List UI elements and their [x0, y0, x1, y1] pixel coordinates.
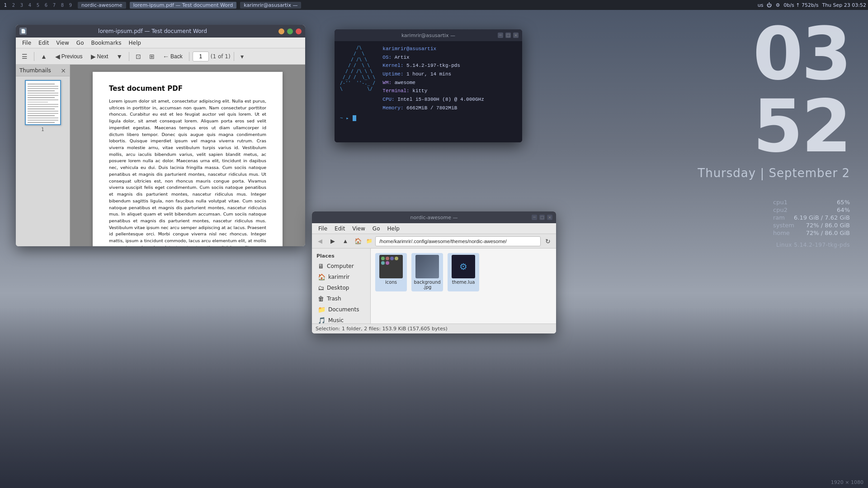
sidebar-toggle-button[interactable]: ☰ — [19, 52, 31, 61]
pdf-maximize-button[interactable] — [287, 28, 293, 34]
fm-sidebar-desktop[interactable]: 🗂 Desktop — [313, 282, 369, 293]
fm-file-grid: icons background.jpg ⚙ theme.lua — [371, 249, 556, 324]
back-icon: ← — [163, 53, 169, 60]
cpu2-value: 64% — [837, 206, 850, 213]
neofetch-uptime-value: 1 hour, 14 mins — [406, 71, 451, 77]
fm-sidebar-computer[interactable]: 🖥 Computer — [313, 261, 369, 272]
neofetch-kernel-label: Kernel: — [382, 63, 403, 68]
terminal-maximize-button[interactable]: □ — [505, 33, 511, 38]
fit-page-button[interactable]: ⊡ — [132, 52, 144, 61]
fm-menu-view[interactable]: View — [349, 225, 368, 233]
pdf-menu-edit[interactable]: Edit — [35, 39, 52, 47]
power-icon[interactable]: ⏻ — [767, 2, 772, 8]
fm-sidebar-home[interactable]: 🏠 karimrir — [313, 272, 369, 282]
fm-menu-help[interactable]: Help — [383, 225, 403, 233]
workspace-8[interactable]: 8 — [59, 1, 66, 9]
fm-minimize-button[interactable]: ─ — [532, 215, 537, 220]
background-thumb — [415, 255, 439, 278]
previous-button[interactable]: ◀ Previous — [52, 52, 86, 61]
workspace-3[interactable]: 3 — [18, 1, 25, 9]
fm-toolbar: ◀ ▶ ▲ 🏠 📁 ↻ — [312, 234, 556, 249]
pdf-menu-view[interactable]: View — [52, 39, 72, 47]
workspace-7[interactable]: 7 — [51, 1, 58, 9]
app-tag-terminal[interactable]: karimrir@asusartix — — [240, 2, 301, 9]
workspace-5[interactable]: 5 — [34, 1, 42, 9]
pdf-close-button[interactable] — [296, 28, 302, 34]
fm-file-theme-label: theme.lua — [452, 280, 475, 285]
network-stats: 0b/s ↑ 752b/s — [783, 2, 818, 8]
page-view-area[interactable]: Test document PDF Lorem ipsum dolor sit … — [70, 65, 305, 246]
fm-file-icons[interactable]: icons — [375, 253, 407, 291]
pdf-app-icon: 📄 — [19, 28, 27, 35]
documents-icon: 📁 — [318, 306, 326, 313]
fm-menu-edit[interactable]: Edit — [331, 225, 349, 233]
pdf-page-1: Test document PDF Lorem ipsum dolor sit … — [93, 72, 283, 246]
pdf-menu-bookmarks[interactable]: Bookmarks — [87, 39, 125, 47]
fm-refresh-button[interactable]: ↻ — [542, 236, 553, 247]
fm-address-bar[interactable] — [375, 236, 541, 246]
terminal-close-button[interactable]: × — [513, 33, 519, 38]
toolbar-separator-3 — [189, 52, 189, 61]
workspace-6[interactable]: 6 — [42, 1, 50, 9]
pdf-menu-go[interactable]: Go — [73, 39, 88, 47]
pdf-window: 📄 lorem-ipsum.pdf — Test document Word F… — [16, 25, 305, 246]
fm-file-background[interactable]: background.jpg — [411, 253, 443, 291]
terminal-ascii-art: /\ / \ / /\ \ / / \ \ / / /\ \ \ /_/ / \… — [340, 45, 375, 113]
fm-file-background-label: background.jpg — [413, 280, 441, 290]
fm-file-theme[interactable]: ⚙ theme.lua — [448, 253, 479, 291]
workspace-2[interactable]: 2 — [10, 1, 17, 9]
terminal-body[interactable]: /\ / \ / /\ \ / / \ \ / / /\ \ \ /_/ / \… — [335, 41, 522, 142]
file-manager-window: nordic-awesome — ─ □ × File Edit View Go… — [312, 211, 556, 333]
fm-sidebar-music[interactable]: 🎵 Music — [313, 315, 369, 324]
fm-maximize-button[interactable]: □ — [539, 215, 545, 220]
workspace-4[interactable]: 4 — [26, 1, 33, 9]
terminal-titlebar: karimrir@asusartix — ─ □ × — [335, 29, 522, 41]
neofetch-cpu-value: Intel i5-8300H (8) @ 4.000GHz — [397, 97, 484, 102]
fm-menu-file[interactable]: File — [315, 225, 331, 233]
workspace-1[interactable]: 1 — [2, 1, 9, 9]
fm-sidebar-label-music: Music — [328, 317, 344, 324]
thumbnail-page-1[interactable]: 1 — [16, 76, 70, 136]
fm-forward-button[interactable]: ▶ — [327, 236, 338, 247]
datetime-display: Thu Sep 23 03:52 — [822, 2, 866, 8]
fm-home-button[interactable]: 🏠 — [353, 236, 363, 247]
thumbnails-title: Thumbnails — [19, 67, 51, 74]
pdf-menu-help[interactable]: Help — [125, 39, 145, 47]
fm-sidebar-label-computer: Computer — [327, 263, 354, 269]
ram-label: ram — [773, 214, 785, 221]
thumbnails-panel: Thumbnails × — [16, 65, 70, 246]
fm-menu-go[interactable]: Go — [369, 225, 384, 233]
fm-sidebar-documents[interactable]: 📁 Documents — [313, 304, 369, 315]
terminal-minimize-button[interactable]: ─ — [498, 33, 503, 38]
fm-up-button[interactable]: ▲ — [340, 236, 351, 247]
list-icon: ☰ — [22, 53, 28, 60]
zoom-dropdown-button[interactable]: ▾ — [237, 52, 247, 61]
scroll-up-button[interactable]: ▲ — [38, 52, 50, 61]
neofetch-uptime-label: Uptime: — [382, 71, 403, 77]
next-label: Next — [97, 53, 108, 60]
page-number-input[interactable] — [193, 52, 209, 61]
terminal-prompt[interactable]: ~ ▸ — [340, 115, 517, 122]
settings-icon[interactable]: ⚙ — [775, 2, 780, 8]
taskbar-right: us ⏻ ⚙ 0b/s ↑ 752b/s Thu Sep 23 03:52 — [758, 2, 866, 8]
fm-window-title: nordic-awesome — — [316, 215, 552, 221]
thumbnails-close-button[interactable]: × — [61, 67, 66, 74]
back-label: Back — [170, 53, 183, 60]
computer-icon: 🖥 — [318, 263, 324, 270]
next-button[interactable]: ▶ Next — [88, 52, 112, 61]
app-tag-pdf[interactable]: lorem-ipsum.pdf — Test document Word — [130, 2, 237, 9]
terminal-window: karimrir@asusartix — ─ □ × /\ / \ / /\ \… — [335, 29, 522, 142]
pdf-menu-file[interactable]: File — [19, 39, 35, 47]
pdf-minimize-button[interactable] — [278, 28, 284, 34]
back-button[interactable]: ← Back — [160, 52, 186, 61]
fm-close-button[interactable]: × — [547, 215, 552, 220]
fit-width-button[interactable]: ⊞ — [146, 52, 158, 61]
system-label: system — [773, 222, 794, 229]
fm-sidebar-trash[interactable]: 🗑 Trash — [313, 293, 369, 304]
pdf-content-area: Thumbnails × — [16, 65, 305, 246]
workspace-9[interactable]: 9 — [67, 1, 74, 9]
scroll-down-button[interactable]: ▼ — [113, 52, 126, 61]
neofetch-cpu-label: CPU: — [382, 97, 394, 102]
app-tag-awesome[interactable]: nordic-awesome — [78, 2, 126, 9]
fm-back-button[interactable]: ◀ — [315, 236, 326, 247]
